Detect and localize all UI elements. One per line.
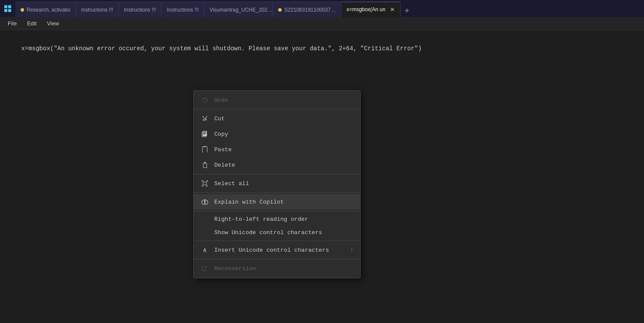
editor-area[interactable]: x=msgbox("An unknown error occured, your…: [0, 30, 644, 323]
tab-label: Instructions !!!: [124, 7, 156, 13]
cut-icon: [200, 114, 209, 123]
code-line: x=msgbox("An unknown error occured, your…: [7, 34, 637, 63]
tab-label: Visumantrag_UCHE_202…: [210, 7, 273, 13]
tab-instructions-2[interactable]: Instructions !!!: [119, 2, 162, 17]
separator-2: [194, 174, 360, 174]
title-bar: Research, activatio Instructions !!! Ins…: [0, 0, 644, 17]
tab-label: Research, activatio: [27, 7, 70, 13]
context-menu-copy[interactable]: Copy: [194, 126, 360, 142]
copy-label: Copy: [214, 131, 353, 137]
context-menu-show-unicode[interactable]: Show Unicode control characters: [194, 226, 360, 239]
undo-label: Undo: [214, 97, 353, 104]
svg-rect-2: [4, 9, 7, 12]
separator-4: [194, 211, 360, 211]
menu-bar: File Edit View: [0, 17, 644, 30]
svg-rect-0: [4, 5, 7, 8]
menu-file[interactable]: File: [3, 18, 21, 28]
tabs-container: Research, activatio Instructions !!! Ins…: [15, 0, 644, 17]
svg-rect-1: [8, 5, 11, 8]
paste-icon: [200, 145, 209, 154]
context-menu-explain-copilot[interactable]: Explain with Copilot: [194, 194, 360, 210]
lambda-icon: ∧: [200, 246, 209, 254]
context-menu-rtl[interactable]: Right-to-left reading order: [194, 213, 360, 226]
add-tab-button[interactable]: +: [401, 4, 413, 17]
menu-view[interactable]: View: [43, 18, 63, 28]
separator-3: [194, 192, 360, 193]
submenu-arrow-icon: ›: [350, 247, 353, 253]
show-unicode-label: Show Unicode control characters: [214, 229, 353, 236]
separator-1: [194, 109, 360, 110]
undo-icon: [200, 96, 209, 104]
svg-rect-3: [8, 9, 11, 12]
reconvert-icon: [200, 264, 209, 273]
tab-dot: [278, 8, 282, 12]
explain-copilot-label: Explain with Copilot: [214, 199, 353, 205]
app-icon: [2, 3, 14, 15]
delete-icon: [200, 161, 209, 169]
insert-unicode-label: Insert Unicode control characters: [214, 247, 345, 253]
context-menu-delete[interactable]: Delete: [194, 157, 360, 173]
context-menu-cut[interactable]: Cut: [194, 111, 360, 126]
tab-instructions-3[interactable]: Instructions !!!: [161, 2, 204, 17]
context-menu-reconversion[interactable]: Reconversion: [194, 261, 360, 276]
select-all-label: Select all: [214, 180, 353, 187]
tab-label: Instructions !!!: [167, 7, 199, 13]
cut-label: Cut: [214, 116, 353, 122]
tab-instructions-1[interactable]: Instructions !!!: [76, 2, 119, 17]
tab-close-icon[interactable]: ✕: [390, 6, 395, 13]
copilot-icon: [200, 198, 209, 206]
tab-label: x=msgbox(An un: [346, 6, 385, 12]
delete-label: Delete: [214, 162, 353, 168]
tab-msgbox[interactable]: x=msgbox(An un ✕: [341, 2, 400, 17]
context-menu-insert-unicode[interactable]: ∧ Insert Unicode control characters ›: [194, 242, 360, 258]
menu-edit[interactable]: Edit: [23, 18, 41, 28]
svg-point-5: [204, 200, 208, 204]
separator-5: [194, 241, 360, 241]
selected-code: x=msgbox("An unknown error occured, your…: [21, 45, 422, 52]
tab-visumantrag[interactable]: Visumantrag_UCHE_202…: [204, 2, 273, 17]
tab-label: Instructions !!!: [81, 7, 113, 13]
rtl-label: Right-to-left reading order: [214, 216, 353, 222]
separator-6: [194, 259, 360, 259]
context-menu-paste[interactable]: Paste: [194, 142, 360, 157]
context-menu-undo[interactable]: Undo: [194, 92, 360, 108]
reconversion-label: Reconversion: [214, 265, 353, 272]
paste-label: Paste: [214, 146, 353, 153]
tab-dot: [21, 8, 24, 12]
copy-icon: [200, 130, 209, 138]
select-all-icon: [200, 179, 209, 188]
tab-research[interactable]: Research, activatio: [15, 2, 76, 17]
tab-label: S221083191100037…: [284, 7, 336, 13]
context-menu: Undo Cut Copy: [193, 90, 361, 278]
tab-s221[interactable]: S221083191100037…: [273, 2, 341, 17]
context-menu-select-all[interactable]: Select all: [194, 176, 360, 191]
